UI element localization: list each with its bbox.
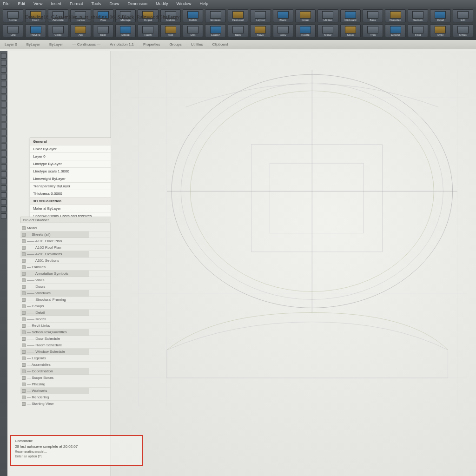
- ribbon-button-hatch[interactable]: Hatch: [138, 24, 158, 37]
- ribbon-button-block[interactable]: Block: [273, 9, 293, 22]
- ribbon-button-polyline[interactable]: Polyline: [25, 24, 46, 37]
- ribbon-button-offset[interactable]: Offset: [453, 24, 473, 37]
- ribbon-button-detail[interactable]: Detail: [430, 9, 450, 22]
- browser-node[interactable]: —— A301 Sections: [20, 258, 119, 264]
- opt-properties[interactable]: Properties: [143, 42, 160, 46]
- ribbon-button-arc[interactable]: Arc: [70, 24, 91, 37]
- ribbon-button-dim[interactable]: Dim: [183, 24, 203, 37]
- properties-row[interactable]: Lineweight ByLayer: [30, 175, 117, 183]
- ribbon-button-array[interactable]: Array: [430, 24, 450, 37]
- ribbon-button-move[interactable]: Move: [250, 24, 271, 37]
- browser-node[interactable]: — Legends: [20, 355, 119, 362]
- browser-node[interactable]: —— A201 Elevations: [20, 251, 119, 258]
- opt-linetype[interactable]: — Continuous —: [72, 42, 100, 46]
- properties-row[interactable]: Color ByLayer: [30, 145, 117, 153]
- ribbon-button-copy[interactable]: Copy: [273, 24, 293, 37]
- ribbon-button-express[interactable]: Express: [205, 9, 225, 22]
- browser-node[interactable]: —— Windows: [20, 290, 119, 297]
- tool-slot-3[interactable]: [1, 74, 7, 79]
- tool-slot-11[interactable]: [1, 130, 7, 135]
- ribbon-button-section[interactable]: Section: [408, 9, 428, 22]
- project-browser[interactable]: Project Browser Model— Sheets (all)—— A1…: [20, 217, 119, 434]
- tool-slot-4[interactable]: [1, 81, 7, 86]
- menu-view[interactable]: View: [33, 1, 42, 6]
- browser-node[interactable]: —— Door Schedule: [20, 336, 119, 342]
- ribbon-button-mirror[interactable]: Mirror: [317, 24, 338, 37]
- tool-slot-9[interactable]: [1, 116, 7, 121]
- project-browser-header[interactable]: Project Browser: [20, 217, 119, 223]
- ribbon-button-featured[interactable]: Featured: [228, 9, 248, 22]
- opt-annoscale[interactable]: Annotation 1:1: [110, 42, 134, 46]
- browser-node[interactable]: — Revit Links: [20, 323, 119, 329]
- menu-window[interactable]: Window: [177, 1, 192, 6]
- menu-file[interactable]: File: [3, 1, 10, 6]
- browser-node[interactable]: Model: [20, 225, 119, 231]
- command-line-panel[interactable]: Command: 28 last autosave complete at 20…: [10, 435, 143, 466]
- properties-row[interactable]: Linetype scale 1.0000: [30, 168, 117, 175]
- opt-lineweight[interactable]: ByLayer: [49, 42, 63, 46]
- browser-node[interactable]: —— A102 Roof Plan: [20, 245, 119, 251]
- browser-node[interactable]: — Phasing: [20, 381, 119, 388]
- browser-node[interactable]: —— Structural Framing: [20, 297, 119, 303]
- ribbon-button-ellipse[interactable]: Ellipse: [115, 24, 136, 37]
- browser-node[interactable]: — Families: [20, 264, 119, 271]
- opt-color[interactable]: ByLayer: [26, 42, 40, 46]
- tool-slot-23[interactable]: [1, 213, 7, 219]
- tool-slot-18[interactable]: [1, 178, 7, 184]
- browser-node[interactable]: — Schedules/Quantities: [20, 329, 119, 336]
- properties-row[interactable]: Layer 0: [30, 153, 117, 160]
- menu-dimension[interactable]: Dimension: [127, 1, 147, 6]
- opt-clipboard[interactable]: Clipboard: [212, 42, 228, 46]
- opt-groups[interactable]: Groups: [169, 42, 181, 46]
- ribbon-button-scale[interactable]: Scale: [340, 24, 361, 37]
- ribbon-button-rotate[interactable]: Rotate: [295, 24, 316, 37]
- browser-node[interactable]: — Worksets: [20, 388, 119, 394]
- ribbon-button-line[interactable]: Line: [3, 24, 23, 37]
- menu-edit[interactable]: Edit: [18, 1, 26, 6]
- browser-node[interactable]: — Starting View: [20, 401, 119, 407]
- opt-layer[interactable]: Layer 0: [5, 42, 17, 46]
- ribbon-button-rect[interactable]: Rect: [93, 24, 113, 37]
- ribbon-button-trim[interactable]: Trim: [363, 24, 383, 37]
- tool-slot-10[interactable]: [1, 123, 7, 128]
- menu-modify[interactable]: Modify: [156, 1, 168, 6]
- browser-node[interactable]: —— Walls: [20, 277, 119, 284]
- properties-panel[interactable]: GeneralColor ByLayerLayer 0Linetype ByLa…: [30, 138, 117, 220]
- ribbon-button-table[interactable]: Table: [228, 24, 248, 37]
- tool-slot-19[interactable]: [1, 185, 7, 191]
- tool-slot-13[interactable]: [1, 144, 7, 149]
- ribbon-button-circle[interactable]: Circle: [48, 24, 68, 37]
- tool-slot-17[interactable]: [1, 172, 7, 177]
- ribbon-button-collab[interactable]: Collab: [183, 9, 203, 22]
- ribbon-button-base[interactable]: Base: [363, 9, 383, 22]
- tool-slot-0[interactable]: [1, 53, 7, 59]
- ribbon-button-layout[interactable]: Layout: [250, 9, 271, 22]
- browser-node[interactable]: —— Model: [20, 316, 119, 323]
- tool-slot-16[interactable]: [1, 165, 7, 170]
- menu-help[interactable]: Help: [200, 1, 209, 6]
- tool-slot-1[interactable]: [1, 60, 7, 66]
- browser-node[interactable]: — Sheets (all): [20, 231, 119, 238]
- opt-utilities[interactable]: Utilities: [191, 42, 203, 46]
- tool-slot-20[interactable]: [1, 192, 7, 198]
- ribbon-button-edit[interactable]: Edit: [453, 9, 473, 22]
- browser-node[interactable]: —— Annotation Symbols: [20, 271, 119, 277]
- tool-slot-7[interactable]: [1, 102, 7, 107]
- menu-draw[interactable]: Draw: [109, 1, 119, 6]
- properties-row[interactable]: Linetype ByLayer: [30, 160, 117, 168]
- browser-node[interactable]: —— Room Schedule: [20, 342, 119, 349]
- tool-slot-5[interactable]: [1, 88, 7, 93]
- browser-node[interactable]: — Rendering: [20, 394, 119, 401]
- ribbon-button-home[interactable]: Home: [3, 9, 23, 22]
- ribbon-button-utilities[interactable]: Utilities: [317, 9, 338, 22]
- ribbon-button-clipboard[interactable]: Clipboard: [340, 9, 361, 22]
- tool-slot-15[interactable]: [1, 158, 7, 163]
- ribbon-button-leader[interactable]: Leader: [205, 24, 225, 37]
- menu-tools[interactable]: Tools: [91, 1, 101, 6]
- ribbon-button-text[interactable]: Text: [160, 24, 181, 37]
- browser-node[interactable]: —— Window Schedule: [20, 349, 119, 355]
- tool-slot-6[interactable]: [1, 95, 7, 100]
- browser-node[interactable]: — Scope Boxes: [20, 375, 119, 381]
- browser-node[interactable]: — Assemblies: [20, 362, 119, 368]
- browser-node[interactable]: —— Doors: [20, 284, 119, 290]
